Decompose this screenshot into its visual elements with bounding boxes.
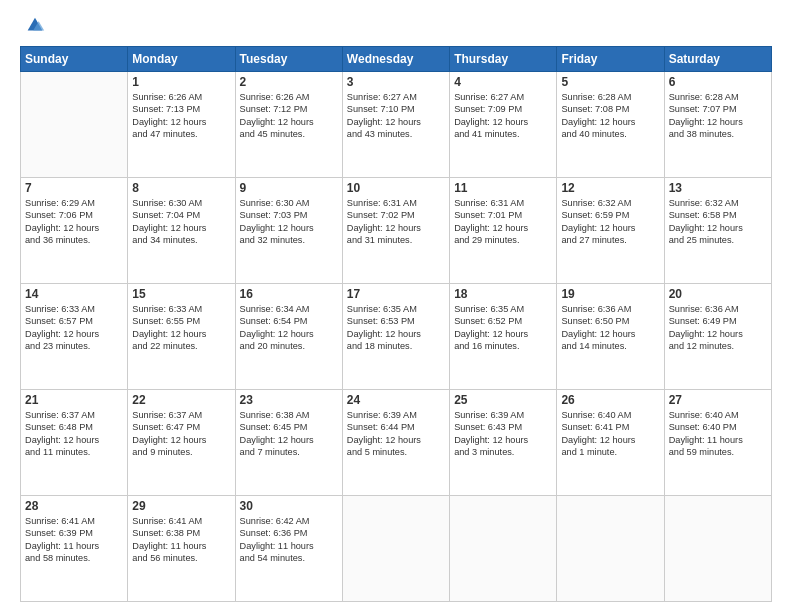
calendar-cell: 12Sunrise: 6:32 AM Sunset: 6:59 PM Dayli… <box>557 178 664 284</box>
day-info: Sunrise: 6:35 AM Sunset: 6:53 PM Dayligh… <box>347 303 445 353</box>
day-info: Sunrise: 6:37 AM Sunset: 6:47 PM Dayligh… <box>132 409 230 459</box>
calendar-cell: 10Sunrise: 6:31 AM Sunset: 7:02 PM Dayli… <box>342 178 449 284</box>
day-info: Sunrise: 6:36 AM Sunset: 6:50 PM Dayligh… <box>561 303 659 353</box>
calendar-cell: 14Sunrise: 6:33 AM Sunset: 6:57 PM Dayli… <box>21 284 128 390</box>
week-row-1: 7Sunrise: 6:29 AM Sunset: 7:06 PM Daylig… <box>21 178 772 284</box>
day-number: 6 <box>669 75 767 89</box>
calendar-cell: 20Sunrise: 6:36 AM Sunset: 6:49 PM Dayli… <box>664 284 771 390</box>
calendar-cell <box>450 496 557 602</box>
week-row-0: 1Sunrise: 6:26 AM Sunset: 7:13 PM Daylig… <box>21 72 772 178</box>
day-number: 13 <box>669 181 767 195</box>
weekday-header-sunday: Sunday <box>21 47 128 72</box>
calendar-cell: 4Sunrise: 6:27 AM Sunset: 7:09 PM Daylig… <box>450 72 557 178</box>
calendar-cell: 28Sunrise: 6:41 AM Sunset: 6:39 PM Dayli… <box>21 496 128 602</box>
day-number: 16 <box>240 287 338 301</box>
calendar-cell: 23Sunrise: 6:38 AM Sunset: 6:45 PM Dayli… <box>235 390 342 496</box>
day-number: 7 <box>25 181 123 195</box>
calendar-cell <box>557 496 664 602</box>
day-info: Sunrise: 6:35 AM Sunset: 6:52 PM Dayligh… <box>454 303 552 353</box>
calendar-cell: 8Sunrise: 6:30 AM Sunset: 7:04 PM Daylig… <box>128 178 235 284</box>
weekday-header-wednesday: Wednesday <box>342 47 449 72</box>
day-info: Sunrise: 6:27 AM Sunset: 7:09 PM Dayligh… <box>454 91 552 141</box>
day-number: 21 <box>25 393 123 407</box>
calendar-cell: 3Sunrise: 6:27 AM Sunset: 7:10 PM Daylig… <box>342 72 449 178</box>
calendar-cell: 6Sunrise: 6:28 AM Sunset: 7:07 PM Daylig… <box>664 72 771 178</box>
calendar-cell <box>21 72 128 178</box>
calendar-cell <box>342 496 449 602</box>
day-info: Sunrise: 6:26 AM Sunset: 7:12 PM Dayligh… <box>240 91 338 141</box>
calendar-cell: 19Sunrise: 6:36 AM Sunset: 6:50 PM Dayli… <box>557 284 664 390</box>
day-number: 5 <box>561 75 659 89</box>
day-info: Sunrise: 6:26 AM Sunset: 7:13 PM Dayligh… <box>132 91 230 141</box>
weekday-header-friday: Friday <box>557 47 664 72</box>
day-info: Sunrise: 6:42 AM Sunset: 6:36 PM Dayligh… <box>240 515 338 565</box>
day-number: 26 <box>561 393 659 407</box>
day-info: Sunrise: 6:32 AM Sunset: 6:58 PM Dayligh… <box>669 197 767 247</box>
calendar-cell: 18Sunrise: 6:35 AM Sunset: 6:52 PM Dayli… <box>450 284 557 390</box>
day-info: Sunrise: 6:39 AM Sunset: 6:44 PM Dayligh… <box>347 409 445 459</box>
calendar-cell: 17Sunrise: 6:35 AM Sunset: 6:53 PM Dayli… <box>342 284 449 390</box>
day-number: 20 <box>669 287 767 301</box>
calendar-cell: 30Sunrise: 6:42 AM Sunset: 6:36 PM Dayli… <box>235 496 342 602</box>
day-number: 23 <box>240 393 338 407</box>
calendar-cell: 1Sunrise: 6:26 AM Sunset: 7:13 PM Daylig… <box>128 72 235 178</box>
day-info: Sunrise: 6:39 AM Sunset: 6:43 PM Dayligh… <box>454 409 552 459</box>
week-row-2: 14Sunrise: 6:33 AM Sunset: 6:57 PM Dayli… <box>21 284 772 390</box>
day-number: 3 <box>347 75 445 89</box>
logo-icon <box>24 14 46 36</box>
day-number: 12 <box>561 181 659 195</box>
day-info: Sunrise: 6:29 AM Sunset: 7:06 PM Dayligh… <box>25 197 123 247</box>
day-info: Sunrise: 6:36 AM Sunset: 6:49 PM Dayligh… <box>669 303 767 353</box>
calendar-cell: 16Sunrise: 6:34 AM Sunset: 6:54 PM Dayli… <box>235 284 342 390</box>
day-number: 24 <box>347 393 445 407</box>
weekday-header-row: SundayMondayTuesdayWednesdayThursdayFrid… <box>21 47 772 72</box>
day-info: Sunrise: 6:41 AM Sunset: 6:38 PM Dayligh… <box>132 515 230 565</box>
day-info: Sunrise: 6:31 AM Sunset: 7:01 PM Dayligh… <box>454 197 552 247</box>
day-number: 11 <box>454 181 552 195</box>
day-info: Sunrise: 6:27 AM Sunset: 7:10 PM Dayligh… <box>347 91 445 141</box>
day-number: 30 <box>240 499 338 513</box>
day-number: 10 <box>347 181 445 195</box>
day-info: Sunrise: 6:34 AM Sunset: 6:54 PM Dayligh… <box>240 303 338 353</box>
day-number: 14 <box>25 287 123 301</box>
weekday-header-thursday: Thursday <box>450 47 557 72</box>
day-number: 2 <box>240 75 338 89</box>
day-info: Sunrise: 6:33 AM Sunset: 6:57 PM Dayligh… <box>25 303 123 353</box>
day-number: 22 <box>132 393 230 407</box>
day-info: Sunrise: 6:30 AM Sunset: 7:03 PM Dayligh… <box>240 197 338 247</box>
calendar-cell: 5Sunrise: 6:28 AM Sunset: 7:08 PM Daylig… <box>557 72 664 178</box>
weekday-header-tuesday: Tuesday <box>235 47 342 72</box>
day-number: 18 <box>454 287 552 301</box>
calendar-table: SundayMondayTuesdayWednesdayThursdayFrid… <box>20 46 772 602</box>
calendar-cell: 22Sunrise: 6:37 AM Sunset: 6:47 PM Dayli… <box>128 390 235 496</box>
day-info: Sunrise: 6:28 AM Sunset: 7:08 PM Dayligh… <box>561 91 659 141</box>
calendar-cell: 11Sunrise: 6:31 AM Sunset: 7:01 PM Dayli… <box>450 178 557 284</box>
day-info: Sunrise: 6:41 AM Sunset: 6:39 PM Dayligh… <box>25 515 123 565</box>
calendar-cell: 21Sunrise: 6:37 AM Sunset: 6:48 PM Dayli… <box>21 390 128 496</box>
header <box>20 18 772 36</box>
calendar-cell: 29Sunrise: 6:41 AM Sunset: 6:38 PM Dayli… <box>128 496 235 602</box>
day-info: Sunrise: 6:38 AM Sunset: 6:45 PM Dayligh… <box>240 409 338 459</box>
week-row-3: 21Sunrise: 6:37 AM Sunset: 6:48 PM Dayli… <box>21 390 772 496</box>
day-info: Sunrise: 6:37 AM Sunset: 6:48 PM Dayligh… <box>25 409 123 459</box>
day-info: Sunrise: 6:40 AM Sunset: 6:41 PM Dayligh… <box>561 409 659 459</box>
day-number: 15 <box>132 287 230 301</box>
calendar-cell: 7Sunrise: 6:29 AM Sunset: 7:06 PM Daylig… <box>21 178 128 284</box>
day-info: Sunrise: 6:31 AM Sunset: 7:02 PM Dayligh… <box>347 197 445 247</box>
day-info: Sunrise: 6:33 AM Sunset: 6:55 PM Dayligh… <box>132 303 230 353</box>
day-info: Sunrise: 6:28 AM Sunset: 7:07 PM Dayligh… <box>669 91 767 141</box>
day-number: 8 <box>132 181 230 195</box>
week-row-4: 28Sunrise: 6:41 AM Sunset: 6:39 PM Dayli… <box>21 496 772 602</box>
weekday-header-monday: Monday <box>128 47 235 72</box>
day-number: 4 <box>454 75 552 89</box>
day-info: Sunrise: 6:32 AM Sunset: 6:59 PM Dayligh… <box>561 197 659 247</box>
logo <box>20 22 46 36</box>
calendar-cell: 2Sunrise: 6:26 AM Sunset: 7:12 PM Daylig… <box>235 72 342 178</box>
calendar-cell: 25Sunrise: 6:39 AM Sunset: 6:43 PM Dayli… <box>450 390 557 496</box>
calendar-cell: 26Sunrise: 6:40 AM Sunset: 6:41 PM Dayli… <box>557 390 664 496</box>
page: SundayMondayTuesdayWednesdayThursdayFrid… <box>0 0 792 612</box>
calendar-cell <box>664 496 771 602</box>
day-number: 27 <box>669 393 767 407</box>
day-number: 1 <box>132 75 230 89</box>
day-number: 25 <box>454 393 552 407</box>
